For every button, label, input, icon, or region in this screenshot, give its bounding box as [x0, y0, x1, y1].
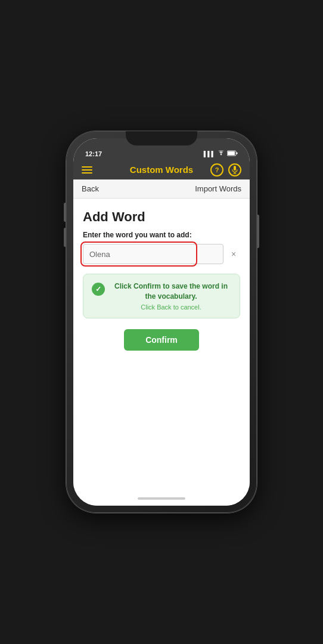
- page-title: Add Word: [83, 209, 240, 225]
- svg-rect-3: [234, 166, 236, 171]
- success-box: Click Confirm to save the word in the vo…: [83, 274, 240, 318]
- phone-device: 12:17 ▌▌▌: [66, 131, 257, 513]
- success-sub-text: Click Back to cancel.: [111, 304, 231, 311]
- success-text: Click Confirm to save the word in the vo…: [111, 281, 231, 311]
- signal-icon: ▌▌▌: [204, 151, 215, 157]
- battery-icon: [227, 150, 238, 157]
- phone-screen: 12:17 ▌▌▌: [73, 138, 250, 506]
- home-bar: [138, 497, 185, 500]
- success-main-text: Click Confirm to save the word in the vo…: [111, 281, 231, 302]
- confirm-button[interactable]: Confirm: [124, 329, 199, 351]
- secondary-nav: Back Import Words: [73, 179, 250, 199]
- power-button: [257, 215, 259, 248]
- hamburger-menu[interactable]: [82, 166, 92, 174]
- nav-bar: Custom Words ?: [73, 160, 250, 179]
- volume-down-button: [64, 228, 66, 247]
- home-indicator: [73, 491, 250, 506]
- word-input[interactable]: [83, 244, 223, 264]
- clear-input-button[interactable]: ×: [227, 247, 240, 261]
- svg-rect-2: [228, 151, 235, 155]
- word-input-wrapper: [83, 244, 223, 264]
- svg-rect-1: [237, 153, 238, 154]
- input-label: Enter the word you want to add:: [83, 231, 240, 239]
- back-button[interactable]: Back: [82, 184, 99, 193]
- nav-title: Custom Words: [130, 165, 193, 175]
- success-checkmark-icon: [92, 283, 105, 296]
- input-row: ×: [83, 244, 240, 264]
- mic-button[interactable]: [228, 163, 241, 177]
- import-words-button[interactable]: Import Words: [195, 184, 241, 193]
- content-area: Add Word Enter the word you want to add:…: [73, 199, 250, 491]
- status-time: 12:17: [85, 150, 102, 157]
- wifi-icon: [218, 150, 225, 157]
- nav-right-icons: ?: [210, 163, 241, 177]
- status-icons: ▌▌▌: [204, 150, 238, 157]
- volume-up-button: [64, 203, 66, 222]
- help-button[interactable]: ?: [210, 163, 223, 177]
- phone-notch: [126, 131, 197, 145]
